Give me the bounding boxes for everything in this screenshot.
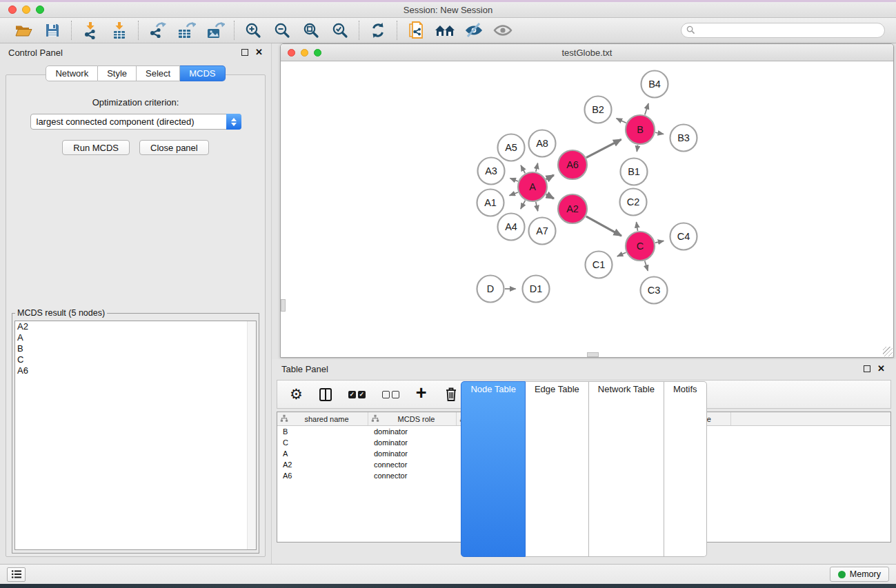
node-B[interactable]: B xyxy=(626,115,655,144)
svg-text:C4: C4 xyxy=(677,231,690,242)
horizontal-scroll-grip[interactable] xyxy=(587,352,599,357)
node-A[interactable]: A xyxy=(518,172,547,201)
list-icon xyxy=(11,569,22,579)
edge-A-A7[interactable] xyxy=(536,202,538,211)
dropdown-stepper-icon[interactable] xyxy=(226,114,241,130)
edge-B-B4[interactable] xyxy=(645,103,648,114)
node-A7[interactable]: A7 xyxy=(529,218,556,245)
node-A4[interactable]: A4 xyxy=(498,214,525,241)
svg-text:C1: C1 xyxy=(593,259,606,270)
control-panel-tabs: NetworkStyleSelectMCDS xyxy=(0,65,271,81)
svg-text:A1: A1 xyxy=(484,197,497,208)
node-A3[interactable]: A3 xyxy=(478,158,505,185)
edge-C-C1[interactable] xyxy=(617,252,626,256)
close-panel-icon[interactable]: ✕ xyxy=(255,49,263,56)
network-window-title: testGlobe.txt xyxy=(281,48,893,58)
node-B3[interactable]: B3 xyxy=(670,125,697,152)
table-panel-tabs: Node TableEdge TableNetwork TableMotifs xyxy=(272,381,896,557)
clone-network-document-icon[interactable] xyxy=(405,20,427,41)
close-panel-button[interactable]: Close panel xyxy=(139,140,209,155)
node-B4[interactable]: B4 xyxy=(641,71,668,98)
svg-text:C: C xyxy=(637,241,644,252)
tab-network[interactable]: Network xyxy=(46,65,98,81)
network-canvas[interactable]: B4B2BB3A5A8A6A3B1AA1C2A2A4A7C4CC1C3DD1 xyxy=(281,62,893,357)
node-A6[interactable]: A6 xyxy=(558,150,587,179)
zoom-selected-icon[interactable] xyxy=(329,20,351,41)
vertical-scroll-grip[interactable] xyxy=(281,299,286,312)
run-mcds-button[interactable]: Run MCDS xyxy=(62,140,130,155)
export-table-icon[interactable] xyxy=(175,20,197,41)
tab-mcds[interactable]: MCDS xyxy=(180,65,225,81)
window-title: Session: New Session xyxy=(0,5,896,15)
import-table-icon[interactable] xyxy=(108,20,130,41)
node-C3[interactable]: C3 xyxy=(641,277,668,304)
edge-C-C3[interactable] xyxy=(645,261,648,270)
close-table-panel-icon[interactable]: ✕ xyxy=(877,365,885,372)
svg-text:C2: C2 xyxy=(627,196,640,207)
edge-A-A5[interactable] xyxy=(521,165,525,173)
float-panel-icon[interactable] xyxy=(241,49,248,56)
node-C[interactable]: C xyxy=(626,232,655,261)
task-history-button[interactable] xyxy=(7,567,26,582)
window-resize-grip[interactable] xyxy=(883,347,893,356)
result-item[interactable]: A xyxy=(15,332,256,343)
import-network-icon[interactable] xyxy=(79,20,101,41)
edge-A-A8[interactable] xyxy=(536,163,538,172)
export-image-icon[interactable] xyxy=(204,20,226,41)
node-C1[interactable]: C1 xyxy=(586,252,613,278)
edge-A-A1[interactable] xyxy=(510,192,518,196)
houses-icon[interactable] xyxy=(434,20,456,41)
edge-C-C2[interactable] xyxy=(637,222,638,231)
zoom-fit-icon[interactable] xyxy=(300,20,322,41)
tab-select[interactable]: Select xyxy=(137,65,180,81)
result-item[interactable]: C xyxy=(15,354,256,365)
tab-edge-table[interactable]: Edge Table xyxy=(526,381,589,557)
network-graph[interactable]: B4B2BB3A5A8A6A3B1AA1C2A2A4A7C4CC1C3DD1 xyxy=(281,62,893,357)
edge-A-A4[interactable] xyxy=(521,201,525,209)
edge-A-A2[interactable] xyxy=(546,194,554,199)
edge-B-B2[interactable] xyxy=(617,119,626,123)
node-D1[interactable]: D1 xyxy=(523,276,550,303)
svg-text:D: D xyxy=(487,283,494,294)
refresh-icon[interactable] xyxy=(367,20,389,41)
node-B1[interactable]: B1 xyxy=(621,159,648,185)
application-window: Session: New Session xyxy=(0,0,896,588)
node-A2[interactable]: A2 xyxy=(558,194,587,223)
toolbar-separator xyxy=(234,21,235,40)
tab-network-table[interactable]: Network Table xyxy=(589,381,664,557)
mcds-tab-content: Optimization criterion: largest connecte… xyxy=(6,74,266,557)
edge-A6-B[interactable] xyxy=(586,139,621,157)
edge-A-A3[interactable] xyxy=(510,179,518,181)
tab-style[interactable]: Style xyxy=(98,65,137,81)
memory-button[interactable]: Memory xyxy=(830,567,889,582)
edge-C-C4[interactable] xyxy=(655,241,664,243)
node-A8[interactable]: A8 xyxy=(529,130,556,157)
zoom-out-icon[interactable] xyxy=(271,20,293,41)
edge-A-A6[interactable] xyxy=(546,175,554,179)
float-table-panel-icon[interactable] xyxy=(864,365,870,372)
result-item[interactable]: B xyxy=(15,343,256,354)
mcds-result-list[interactable]: A2ABCA6 xyxy=(14,321,257,550)
node-C4[interactable]: C4 xyxy=(670,223,697,250)
edge-B-B1[interactable] xyxy=(637,145,637,152)
result-item[interactable]: A2 xyxy=(15,321,256,332)
result-list-scrollbar[interactable] xyxy=(247,321,256,549)
edge-A2-C[interactable] xyxy=(586,216,621,236)
node-B2[interactable]: B2 xyxy=(585,97,612,123)
save-icon[interactable] xyxy=(41,20,63,41)
search-input[interactable] xyxy=(681,23,885,38)
node-C2[interactable]: C2 xyxy=(620,189,647,216)
optimization-criterion-label: Optimization criterion: xyxy=(6,97,265,108)
node-D[interactable]: D xyxy=(477,276,504,303)
tab-motifs[interactable]: Motifs xyxy=(664,381,707,557)
open-folder-icon[interactable] xyxy=(12,20,34,41)
edge-B-B3[interactable] xyxy=(655,132,664,134)
eye-slash-icon[interactable] xyxy=(463,20,485,41)
export-network-icon[interactable] xyxy=(146,20,168,41)
tab-node-table[interactable]: Node Table xyxy=(461,381,526,557)
node-A1[interactable]: A1 xyxy=(477,190,504,216)
result-item[interactable]: A6 xyxy=(15,365,256,376)
zoom-in-icon[interactable] xyxy=(242,20,264,41)
criterion-dropdown[interactable]: largest connected component (directed) xyxy=(30,114,241,130)
node-A5[interactable]: A5 xyxy=(498,134,525,161)
